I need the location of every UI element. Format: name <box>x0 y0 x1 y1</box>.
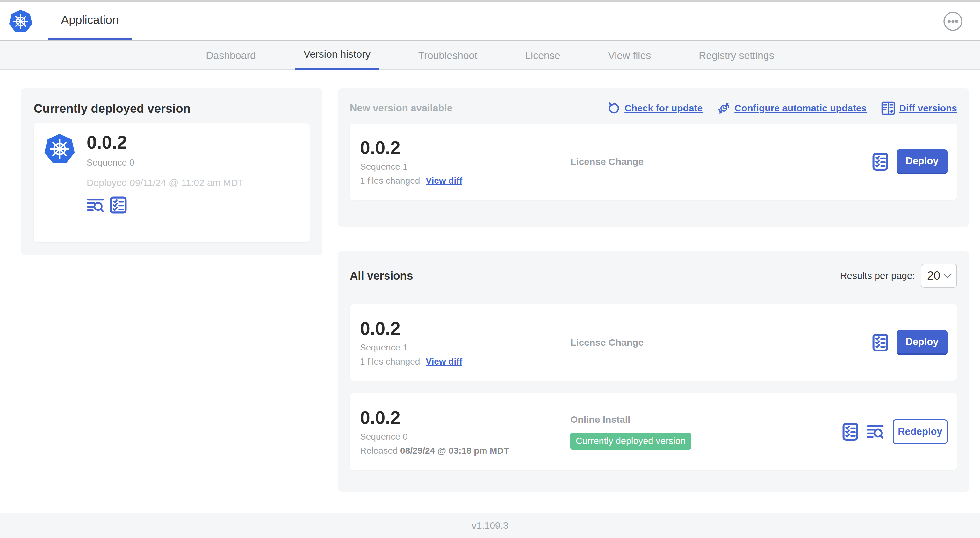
app-header: Application <box>0 2 980 41</box>
logs-icon[interactable] <box>867 424 885 440</box>
app-footer: v1.109.3 <box>0 513 980 538</box>
version-source: Online Install <box>570 414 842 425</box>
version-row-sequence-1: 0.0.2 Sequence 1 1 files changed View di… <box>350 304 957 381</box>
ellipsis-menu-icon[interactable] <box>943 11 963 31</box>
deployed-version-number: 0.0.2 <box>87 132 244 153</box>
checklist-icon[interactable] <box>842 422 858 441</box>
new-version-row: 0.0.2 Sequence 1 1 files changed View di… <box>350 124 957 200</box>
deploy-button[interactable]: Deploy <box>897 330 948 355</box>
tab-dashboard[interactable]: Dashboard <box>197 41 264 70</box>
released-timestamp: Released 08/29/24 @ 03:18 pm MDT <box>360 446 570 456</box>
version-source: License Change <box>570 156 872 167</box>
version-sequence: Sequence 1 <box>360 343 570 353</box>
diff-versions-link[interactable]: Diff versions <box>881 101 957 115</box>
deployed-sequence: Sequence 0 <box>87 157 244 168</box>
kubernetes-logo-icon <box>8 8 33 34</box>
view-diff-link[interactable]: View diff <box>426 357 462 367</box>
currently-deployed-title: Currently deployed version <box>34 102 310 116</box>
tab-view-files[interactable]: View files <box>600 41 660 70</box>
app-tab-application[interactable]: Application <box>48 2 132 40</box>
version-row-sequence-0: 0.0.2 Sequence 0 Released 08/29/24 @ 03:… <box>350 394 957 470</box>
checklist-icon[interactable] <box>872 333 888 352</box>
checklist-icon[interactable] <box>872 152 888 171</box>
checklist-icon[interactable] <box>110 197 127 214</box>
chevron-down-icon <box>943 273 952 279</box>
version-number: 0.0.2 <box>360 408 570 428</box>
app-subnav: Dashboard Version history Troubleshoot L… <box>0 41 980 70</box>
currently-deployed-card: Currently deployed version 0.0.2 Sequenc… <box>21 89 323 255</box>
kubernetes-app-icon <box>43 132 76 166</box>
all-versions-card: All versions Results per page: 20 0.0.2 … <box>338 251 969 492</box>
redeploy-button[interactable]: Redeploy <box>893 419 948 444</box>
auto-update-clock-icon <box>717 102 730 115</box>
tab-version-history[interactable]: Version history <box>295 41 379 70</box>
deploy-button[interactable]: Deploy <box>897 149 948 174</box>
logs-icon[interactable] <box>87 197 105 213</box>
configure-automatic-updates-link[interactable]: Configure automatic updates <box>717 102 867 115</box>
view-diff-link[interactable]: View diff <box>426 176 462 186</box>
new-version-card: New version available Check for update <box>338 89 969 227</box>
tab-license[interactable]: License <box>517 41 568 70</box>
deployed-version-info: 0.0.2 Sequence 0 Deployed 09/11/24 @ 11:… <box>87 132 244 233</box>
version-number: 0.0.2 <box>360 318 570 340</box>
tab-troubleshoot[interactable]: Troubleshoot <box>410 41 486 70</box>
results-per-page-select[interactable]: 20 <box>921 263 957 288</box>
check-for-update-link[interactable]: Check for update <box>607 102 703 115</box>
version-sequence: Sequence 1 <box>360 162 570 172</box>
files-changed: 1 files changed <box>360 357 420 367</box>
version-sequence: Sequence 0 <box>360 432 570 442</box>
version-source: License Change <box>570 337 872 348</box>
files-changed: 1 files changed <box>360 176 420 186</box>
deployed-version-panel: 0.0.2 Sequence 0 Deployed 09/11/24 @ 11:… <box>34 123 310 242</box>
tab-registry-settings[interactable]: Registry settings <box>690 41 783 70</box>
results-per-page-label: Results per page: <box>840 270 915 281</box>
all-versions-title: All versions <box>350 269 413 282</box>
currently-deployed-badge: Currently deployed version <box>570 433 691 449</box>
deployed-timestamp: Deployed 09/11/24 @ 11:02 am MDT <box>87 177 244 188</box>
diff-icon <box>881 101 895 115</box>
new-version-title: New version available <box>350 103 452 114</box>
refresh-icon <box>607 102 620 115</box>
console-version: v1.109.3 <box>471 520 508 531</box>
version-number: 0.0.2 <box>360 138 570 159</box>
